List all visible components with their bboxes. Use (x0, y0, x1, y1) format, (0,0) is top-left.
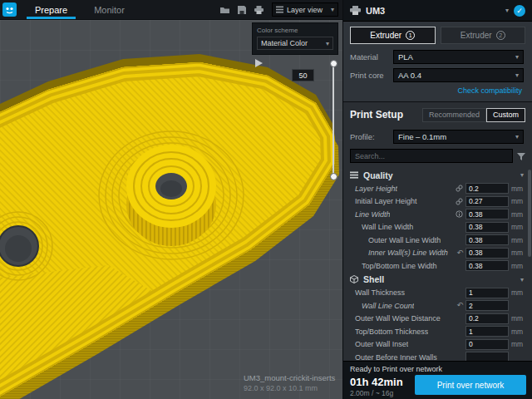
revert-icon[interactable]: ↶ (456, 249, 463, 257)
category-shell[interactable]: Shell ▾ (343, 273, 532, 287)
extruder-2-number: 2 (496, 31, 505, 40)
setting-row-outer-wall-inset[interactable]: Outer Wall Inset mm (343, 338, 532, 352)
setting-row-wall-thickness[interactable]: Wall Thickness mm (343, 287, 532, 300)
chevron-down-icon: ▾ (326, 40, 329, 47)
setting-label: Top/Bottom Line Width (362, 262, 437, 270)
extruder-1-tab[interactable]: Extruder 1 (350, 27, 436, 44)
tab-prepare-label: Prepare (35, 5, 67, 15)
setting-row-layer-height[interactable]: Layer Height mm (343, 182, 532, 195)
tab-prepare[interactable]: Prepare (27, 0, 76, 19)
print-core-label: Print core (350, 71, 393, 80)
setting-value-input[interactable] (466, 209, 509, 219)
setting-unit: mm (509, 262, 524, 270)
profile-label: Profile: (350, 132, 393, 141)
print-core-value: AA 0.4 (398, 71, 421, 80)
open-file-icon[interactable] (220, 6, 229, 14)
setting-value-input[interactable] (466, 196, 509, 207)
setting-value-input[interactable] (466, 260, 509, 271)
setting-row-top-bottom-thickness[interactable]: Top/Bottom Thickness mm (343, 325, 532, 338)
print-job-footer: Ready to Print over network 01h 42min 2.… (343, 361, 532, 399)
job-name: UM3_mount-crickit-inserts (244, 373, 335, 383)
profile-value: Fine – 0.1mm (398, 132, 446, 141)
settings-scrollbar[interactable] (528, 170, 531, 257)
link-icon (456, 198, 463, 205)
connection-ok-icon: ✓ (514, 5, 525, 17)
machine-name: UM3 (366, 6, 385, 16)
setting-row-outer-wall-line-width[interactable]: Outer Wall Line Width mm (343, 234, 532, 247)
check-compatibility-link[interactable]: Check compatibility (350, 86, 525, 96)
tab-monitor-label: Monitor (94, 5, 125, 15)
setting-value-input[interactable] (466, 248, 509, 259)
sidebar-panel: UM3 ▾ ✓ Extruder 1 Extruder 2 Material P… (342, 0, 532, 399)
chevron-down-icon: ▾ (515, 53, 519, 61)
print-icon[interactable] (254, 6, 264, 14)
setting-label: Wall Thickness (355, 288, 405, 297)
mode-custom-button[interactable]: Custom (486, 108, 525, 122)
revert-icon[interactable]: ↶ (456, 302, 463, 309)
simulation-play-button[interactable] (255, 59, 263, 67)
setting-value-input[interactable] (466, 326, 509, 337)
mode-recommended-button[interactable]: Recommended (422, 108, 486, 122)
shell-icon (350, 275, 358, 283)
print-core-dropdown[interactable]: AA 0.4 ▾ (393, 68, 524, 82)
setting-unit: mm (509, 314, 524, 323)
setting-unit: mm (509, 249, 524, 257)
setting-unit: mm (509, 197, 524, 205)
setting-row-outer-wall-wipe-distance[interactable]: Outer Wall Wipe Distance mm (343, 313, 532, 326)
view-mode-dropdown[interactable]: Layer view ▾ (272, 2, 338, 17)
printer-icon (350, 6, 361, 15)
setting-label: Outer Wall Wipe Distance (355, 314, 441, 323)
setting-row-line-width[interactable]: Line Width mm (343, 208, 532, 221)
profile-dropdown[interactable]: Fine – 0.1mm ▾ (393, 130, 524, 144)
setting-row-inner-wall-line-width[interactable]: Inner Wall(s) Line Width ↶ mm (343, 247, 532, 260)
setting-value-input[interactable] (466, 288, 509, 298)
setting-row-initial-layer-height[interactable]: Initial Layer Height mm (343, 195, 532, 209)
layer-slider-handle-bottom[interactable] (330, 173, 337, 180)
machine-selector[interactable]: UM3 ▾ ✓ (343, 0, 532, 22)
setting-label: Line Width (355, 210, 390, 219)
job-dimensions: 92.0 x 92.0 x 10.1 mm (244, 383, 335, 393)
setting-unit: mm (509, 210, 524, 219)
setting-unit: mm (509, 340, 524, 348)
setting-value-input[interactable] (466, 339, 509, 350)
filter-icon[interactable] (517, 149, 525, 164)
layer-slider-track[interactable] (332, 63, 334, 180)
setting-row-wall-line-count[interactable]: Wall Line Count ↶ (343, 299, 532, 313)
material-dropdown[interactable]: PLA ▾ (393, 50, 524, 64)
setting-unit: mm (509, 328, 524, 336)
color-scheme-value: Material Color (261, 39, 308, 47)
setting-value-input[interactable] (466, 183, 509, 194)
search-input[interactable] (350, 149, 513, 163)
info-icon (456, 210, 463, 218)
extruder-1-label: Extruder (370, 31, 401, 40)
color-scheme-popup: Color scheme Material Color ▾ (252, 22, 338, 55)
setting-label: Outer Wall Inset (355, 340, 408, 348)
print-over-network-button[interactable]: Print over network (415, 375, 526, 395)
setting-value-input[interactable] (466, 352, 509, 361)
setting-row-outer-before-inner-walls[interactable]: Outer Before Inner Walls (343, 351, 532, 361)
setting-value-input[interactable] (466, 313, 509, 324)
save-file-icon[interactable] (238, 6, 246, 14)
setting-label: Wall Line Width (362, 223, 413, 231)
setting-value-input[interactable] (466, 300, 509, 311)
extruder-1-number: 1 (406, 31, 415, 40)
viewport-3d[interactable]: Color scheme Material Color ▾ 50 UM3_mou… (0, 20, 342, 399)
layer-slider-handle-top[interactable] (330, 60, 337, 67)
tab-monitor[interactable]: Monitor (86, 0, 133, 19)
extruder-2-tab[interactable]: Extruder 2 (441, 27, 526, 44)
category-quality[interactable]: Quality ▾ (343, 168, 532, 182)
printer-status: Ready to Print over network (350, 365, 525, 373)
setting-label: Outer Wall Line Width (368, 236, 441, 244)
setting-row-wall-line-width[interactable]: Wall Line Width mm (343, 221, 532, 234)
color-scheme-dropdown[interactable]: Material Color ▾ (257, 37, 333, 50)
setting-label: Initial Layer Height (355, 197, 417, 205)
setting-value-input[interactable] (466, 234, 509, 245)
setting-label: Outer Before Inner Walls (355, 353, 437, 361)
setting-unit: mm (509, 185, 524, 193)
chevron-down-icon: ▾ (515, 71, 519, 79)
setting-unit: mm (509, 223, 524, 231)
link-icon (456, 185, 463, 192)
material-label: Material (350, 52, 393, 62)
setting-row-top-bottom-line-width[interactable]: Top/Bottom Line Width mm (343, 259, 532, 273)
setting-value-input[interactable] (466, 222, 509, 233)
